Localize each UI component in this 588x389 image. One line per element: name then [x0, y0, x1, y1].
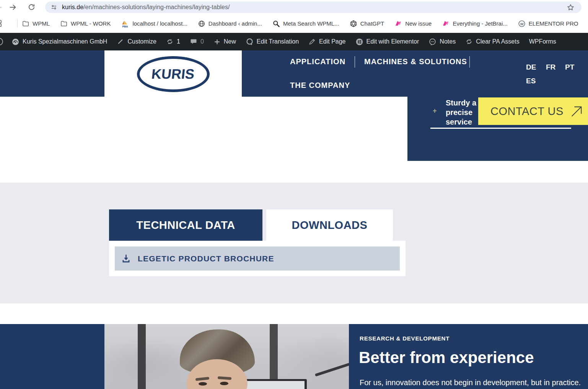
bookmark-dashboard[interactable]: Dashboard ‹ admin... — [198, 20, 262, 28]
bookmark-elementor-pro[interactable]: W ELEMENTOR PRO — [518, 20, 578, 28]
address-bar[interactable]: kuris.de/en/machines-solutions/laying-ma… — [45, 2, 581, 13]
research-photo — [104, 324, 349, 389]
nav-machines-solutions[interactable]: MACHINES & SOLUTIONS — [364, 57, 467, 66]
admin-new[interactable]: New — [213, 38, 236, 45]
notes-bubble-icon — [428, 38, 437, 46]
bookmark-label: Dashboard ‹ admin... — [208, 20, 262, 27]
wordpress-icon: W — [518, 20, 526, 28]
back-icon[interactable] — [0, 3, 3, 11]
bookmark-label: Everything - JetBrai... — [453, 20, 507, 27]
phpmyadmin-icon: PMA — [121, 19, 129, 28]
rnd-text-panel: RESEARCH & DEVELOPMENT Better from exper… — [349, 324, 588, 389]
admin-customize[interactable]: Customize — [117, 38, 156, 45]
lang-es[interactable]: ES — [526, 77, 536, 85]
photo-shape — [138, 324, 146, 389]
wordpress-logo-icon[interactable] — [0, 37, 4, 46]
admin-edit-translation[interactable]: Edit Translation — [246, 38, 299, 46]
tab-technical-data[interactable]: TECHNICAL DATA — [109, 209, 262, 241]
kuris-logo-ellipse: KURIS — [137, 56, 210, 92]
url-host: kuris.de — [62, 4, 83, 10]
contact-us-label: CONTACT US — [490, 105, 564, 118]
elementor-icon — [355, 38, 363, 46]
browser-toolbar: kuris.de/en/machines-solutions/laying-ma… — [0, 0, 588, 14]
bookmark-label: WPML — [33, 20, 50, 27]
nav-application[interactable]: APPLICATION — [290, 57, 345, 66]
rnd-body: For us, innovation does not begin in dev… — [360, 378, 581, 387]
nav-divider — [355, 56, 355, 68]
bookmark-label: Meta Search WPML... — [283, 20, 339, 27]
bookmark-wpml[interactable]: WPML — [22, 20, 50, 28]
comment-count: 0 — [200, 38, 204, 45]
bookmark-star-icon[interactable] — [567, 3, 575, 11]
nav-divider — [469, 56, 470, 68]
bookmark-label: ChatGPT — [360, 20, 384, 27]
rnd-section: RESEARCH & DEVELOPMENT Better from exper… — [0, 324, 588, 389]
url-text: kuris.de/en/machines-solutions/laying-ma… — [62, 4, 230, 11]
browser-window: kuris.de/en/machines-solutions/laying-ma… — [0, 0, 588, 389]
brush-icon — [117, 38, 124, 45]
kuris-logo[interactable]: KURIS — [104, 50, 242, 97]
wp-admin-bar: Kuris Spezialmaschinen GmbH Customize 1 … — [0, 33, 588, 50]
bookmark-chatgpt[interactable]: ChatGPT — [350, 20, 384, 28]
lang-de[interactable]: DE — [526, 63, 536, 71]
admin-wpforms[interactable]: WPForms — [529, 38, 556, 45]
bookmark-label: WPML - WORK — [71, 20, 111, 27]
site-header: KURIS APPLICATION MACHINES & SOLUTIONS T… — [0, 50, 588, 97]
lang-pt[interactable]: PT — [565, 63, 574, 71]
update-count: 1 — [177, 38, 180, 45]
comment-icon — [190, 38, 197, 45]
bookmark-new-issue[interactable]: New issue — [394, 20, 432, 28]
nav-the-company[interactable]: THE COMPANY — [290, 81, 350, 90]
bookmark-meta-search[interactable]: Meta Search WPML... — [272, 20, 339, 28]
youtrack-icon — [442, 20, 450, 28]
bookmark-localhost[interactable]: PMA localhost / localhost... — [121, 19, 187, 28]
wpml-icon — [246, 38, 254, 46]
bookmark-label: localhost / localhost... — [132, 20, 187, 27]
admin-edit-page[interactable]: Edit Page — [308, 38, 345, 45]
download-item-label: LEGETIC PRODUCT BROCHURE — [138, 254, 274, 263]
left-accent-panel — [0, 324, 104, 389]
bookmarks-bar: WPML WPML - WORK PMA localhost / localho… — [0, 14, 588, 33]
arrow-up-right-icon — [570, 104, 584, 118]
rnd-title: Better from experience — [359, 348, 534, 367]
admin-comments[interactable]: 0 — [190, 38, 204, 45]
admin-edit-with-elementor[interactable]: Edit with Elementor — [355, 38, 419, 46]
refresh-circular-icon — [465, 38, 473, 45]
folder-icon — [22, 20, 29, 28]
downloads-panel: LEGETIC PRODUCT BROCHURE — [109, 241, 406, 276]
chatgpt-icon — [350, 20, 357, 28]
svg-text:PMA: PMA — [122, 25, 128, 28]
bookmark-everything-jetbrains[interactable]: Everything - JetBrai... — [442, 20, 507, 28]
update-icon — [166, 38, 174, 45]
download-icon — [121, 253, 131, 264]
reload-icon[interactable] — [28, 3, 36, 11]
hero-underline — [430, 128, 571, 129]
forward-icon[interactable] — [8, 3, 17, 11]
bookmark-label: New issue — [405, 20, 432, 27]
bookmarks-divider — [17, 19, 18, 28]
gauge-icon — [11, 38, 20, 46]
admin-notes[interactable]: Notes — [428, 38, 456, 46]
youtrack-icon — [394, 20, 402, 28]
side-panel-icon[interactable] — [0, 19, 6, 28]
lang-fr[interactable]: FR — [546, 63, 555, 71]
rnd-eyebrow: RESEARCH & DEVELOPMENT — [360, 335, 450, 342]
admin-site-name[interactable]: Kuris Spezialmaschinen GmbH — [11, 38, 107, 46]
photo-shape — [220, 382, 228, 385]
contact-us-button[interactable]: CONTACT US — [478, 97, 588, 125]
site-info-icon[interactable] — [50, 4, 57, 11]
bookmark-label: ELEMENTOR PRO — [529, 20, 578, 27]
url-path: /en/machines-solutions/laying-machines/l… — [83, 4, 230, 10]
admin-updates[interactable]: 1 — [166, 38, 180, 45]
plus-icon — [213, 38, 221, 45]
kuris-logo-text: KURIS — [151, 66, 195, 82]
svg-text:W: W — [520, 22, 523, 26]
tab-downloads[interactable]: DOWNLOADS — [266, 209, 393, 241]
download-item-legetic-brochure[interactable]: LEGETIC PRODUCT BROCHURE — [115, 246, 400, 271]
globe-icon — [198, 20, 205, 28]
folder-icon — [60, 20, 68, 28]
pencil-icon — [308, 38, 316, 45]
bookmark-wpml-work[interactable]: WPML - WORK — [60, 20, 111, 28]
tabs-section: TECHNICAL DATA DOWNLOADS LEGETIC PRODUCT… — [0, 183, 588, 303]
admin-clear-pa-assets[interactable]: Clear PA Assets — [465, 38, 520, 45]
